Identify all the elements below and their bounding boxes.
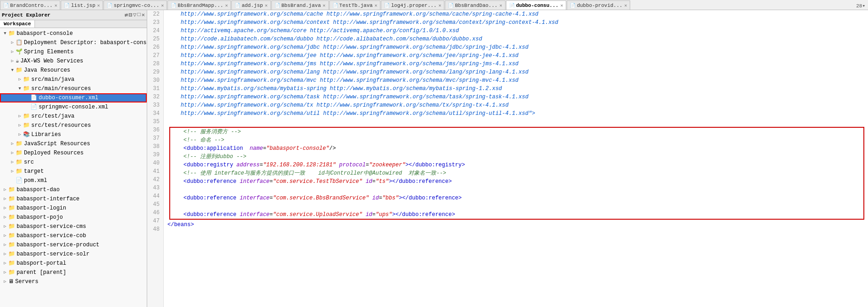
tree-item-src-main-resources[interactable]: ▼📁src/main/resources bbox=[0, 84, 147, 93]
expand-arrow[interactable]: ▷ bbox=[9, 140, 16, 148]
code-content: http://www.springframework.org/schema/ca… bbox=[164, 10, 868, 307]
tree-item-target[interactable]: ▷📁target bbox=[0, 167, 147, 176]
tree-item-deployment-descriptor[interactable]: ▷📋Deployment Descriptor: babasport-conso… bbox=[0, 38, 147, 47]
tree-item-springmvc-console-xml[interactable]: 📄springmvc-console.xml bbox=[0, 102, 147, 112]
item-label: src/main/resources bbox=[31, 85, 91, 93]
expand-arrow[interactable]: ▷ bbox=[17, 121, 23, 130]
tree-item-src-test-resources[interactable]: ▷📁src/test/resources bbox=[0, 121, 147, 130]
close-icon[interactable]: ✕ bbox=[225, 3, 228, 8]
sidebar-tree[interactable]: ▼📁babasport-console▷📋Deployment Descript… bbox=[0, 28, 147, 307]
tab-bbs-brand-java[interactable]: 📄BbsBrand.java✕ bbox=[271, 0, 329, 10]
code-container[interactable]: 2223242526272829303132333435363738394041… bbox=[147, 10, 868, 307]
expand-arrow[interactable]: ▷ bbox=[2, 195, 8, 203]
expand-arrow[interactable]: ▷ bbox=[2, 204, 8, 212]
tree-item-babasport-login[interactable]: ▷📁babasport-login bbox=[0, 204, 147, 213]
expand-arrow[interactable]: ▼ bbox=[9, 66, 16, 74]
close-icon[interactable]: ✕ bbox=[500, 3, 502, 8]
tree-item-jax-ws[interactable]: ▷☕JAX-WS Web Services bbox=[0, 57, 147, 66]
expand-arrow[interactable]: ▷ bbox=[2, 259, 8, 267]
tree-item-js-resources[interactable]: ▷📁JavaScript Resources bbox=[0, 139, 147, 148]
tree-item-java-resources[interactable]: ▼📁Java Resources bbox=[0, 66, 147, 75]
expand-arrow[interactable]: ▷ bbox=[9, 149, 16, 157]
expand-arrow[interactable]: ▷ bbox=[9, 48, 16, 56]
tree-item-parent[interactable]: ▷📁parent [parent] bbox=[0, 268, 147, 277]
tab-label: log4j.proper... bbox=[391, 3, 437, 8]
tree-item-babasport-pojo[interactable]: ▷📁babasport-pojo bbox=[0, 213, 147, 222]
expand-arrow[interactable]: ▷ bbox=[2, 268, 8, 277]
close-icon[interactable]: ✕ bbox=[97, 3, 100, 8]
tab-list-jsp[interactable]: 📄list.jsp✕ bbox=[61, 0, 103, 10]
tab-overflow[interactable]: 28▾ bbox=[853, 2, 868, 10]
line-num-29: 29 bbox=[151, 68, 160, 76]
sidebar-icon-4[interactable]: □ bbox=[138, 11, 141, 18]
tab-log4j-proper[interactable]: 📄log4j.proper...✕ bbox=[381, 0, 444, 10]
expand-arrow[interactable]: ▷ bbox=[17, 75, 23, 84]
expand-arrow[interactable]: ▷ bbox=[9, 39, 16, 47]
tab-bbs-brand-dao[interactable]: 📄BbsBrandDao...✕ bbox=[445, 0, 505, 10]
item-label: babasport-service-cms bbox=[17, 222, 86, 231]
tree-item-libraries[interactable]: ▷📚Libraries bbox=[0, 130, 147, 139]
tree-item-deployed-resources[interactable]: ▷📁Deployed Resources bbox=[0, 148, 147, 158]
item-label: Deployed Resources bbox=[24, 149, 84, 157]
code-line-31: http://www.mybatis.org/schema/mybatis-sp… bbox=[167, 85, 864, 93]
item-label: src bbox=[24, 158, 34, 166]
expand-arrow[interactable]: ▼ bbox=[2, 29, 8, 38]
tab-label: BbsBrand.java bbox=[282, 3, 321, 8]
tree-item-servers[interactable]: ▷🖥Servers bbox=[0, 277, 147, 286]
tree-item-babsport-portal[interactable]: ▷📁babsport-portal bbox=[0, 259, 147, 268]
expand-arrow[interactable]: ▷ bbox=[9, 57, 16, 65]
close-icon[interactable]: ✕ bbox=[374, 3, 377, 8]
tree-item-spring-elements[interactable]: ▷🌱Spring Elements bbox=[0, 47, 147, 57]
tree-item-babasport-dao[interactable]: ▷📁babasport-dao bbox=[0, 185, 147, 194]
tree-item-src-test-java[interactable]: ▷📁src/test/java bbox=[0, 112, 147, 121]
sidebar-icon-3[interactable]: ▽ bbox=[133, 11, 136, 18]
expand-arrow[interactable]: ▷ bbox=[2, 241, 8, 249]
close-icon[interactable]: ✕ bbox=[54, 3, 57, 8]
expand-arrow[interactable]: ▷ bbox=[2, 250, 8, 258]
tab-add-jsp[interactable]: 📄add.jsp✕ bbox=[231, 0, 270, 10]
sidebar-close-icon[interactable]: ✕ bbox=[142, 11, 145, 18]
sidebar-tab-workspace[interactable]: Workspace bbox=[0, 20, 35, 28]
sidebar-title: Project Explorer bbox=[2, 12, 125, 18]
close-icon[interactable]: ✕ bbox=[265, 3, 268, 8]
tab-springmvc-co[interactable]: 📄springmvc-co...✕ bbox=[103, 0, 167, 10]
main-area: Project Explorer ⇄ ⊟ ▽ □ ✕ Workspace ▼📁b… bbox=[0, 10, 868, 307]
tree-item-src[interactable]: ▷📁src bbox=[0, 158, 147, 167]
tab-bbs-brand-mapp[interactable]: 📄BbsBrandMapp...✕ bbox=[167, 0, 231, 10]
close-icon[interactable]: ✕ bbox=[560, 3, 563, 8]
expand-arrow[interactable]: ▷ bbox=[17, 131, 23, 139]
sidebar-icons: ⇄ ⊟ ▽ □ ✕ bbox=[125, 11, 145, 18]
expand-arrow[interactable]: ▷ bbox=[2, 232, 8, 240]
tree-item-babasport-service-product[interactable]: ▷📁babasport-service-product bbox=[0, 240, 147, 250]
file-icon: 📄 bbox=[3, 3, 9, 8]
tree-item-babasport-service-solr[interactable]: ▷📁babasport-service-solr bbox=[0, 250, 147, 259]
tab-brand-control[interactable]: 📄BrandContro...✕ bbox=[0, 0, 60, 10]
tree-item-babasport-console[interactable]: ▼📁babasport-console bbox=[0, 29, 147, 38]
tab-dubbo-provid[interactable]: 📄dubbo-provid...✕ bbox=[567, 0, 630, 10]
expand-arrow[interactable]: ▷ bbox=[2, 213, 8, 222]
expand-arrow[interactable]: ▼ bbox=[17, 85, 23, 93]
expand-arrow[interactable]: ▷ bbox=[9, 158, 16, 166]
sidebar-icon-2[interactable]: ⊟ bbox=[129, 11, 132, 18]
tab-test-tb-java[interactable]: 📄TestTb.java✕ bbox=[329, 0, 381, 10]
expand-arrow[interactable]: ▷ bbox=[9, 167, 16, 176]
expand-arrow[interactable]: ▷ bbox=[2, 222, 8, 231]
item-icon: 📋 bbox=[16, 39, 23, 47]
expand-arrow[interactable]: ▷ bbox=[2, 186, 8, 194]
item-icon: 📁 bbox=[16, 66, 23, 74]
tree-item-src-main-java[interactable]: ▷📁src/main/java bbox=[0, 75, 147, 84]
tree-item-babasport-service-cob[interactable]: ▷📁babasport-service-cob bbox=[0, 231, 147, 240]
close-icon[interactable]: ✕ bbox=[323, 3, 326, 8]
close-icon[interactable]: ✕ bbox=[161, 3, 164, 8]
sidebar-icon-1[interactable]: ⇄ bbox=[125, 11, 128, 18]
expand-arrow[interactable]: ▷ bbox=[2, 278, 8, 286]
tree-item-babasport-service-cms[interactable]: ▷📁babasport-service-cms bbox=[0, 222, 147, 231]
tab-label: BbsBrandMapp... bbox=[178, 3, 223, 8]
expand-arrow[interactable]: ▷ bbox=[17, 112, 23, 120]
tree-item-dubbo-consumer-xml[interactable]: 📄dubbo-consumer.xml bbox=[0, 93, 147, 102]
tree-item-pom-xml[interactable]: 📄pom.xml bbox=[0, 176, 147, 185]
tree-item-babasport-interface[interactable]: ▷📁babasport-interface bbox=[0, 194, 147, 204]
close-icon[interactable]: ✕ bbox=[624, 3, 627, 8]
close-icon[interactable]: ✕ bbox=[438, 3, 441, 8]
tab-dubbo-consu[interactable]: 📄dubbo-consu...✕ bbox=[506, 0, 566, 10]
